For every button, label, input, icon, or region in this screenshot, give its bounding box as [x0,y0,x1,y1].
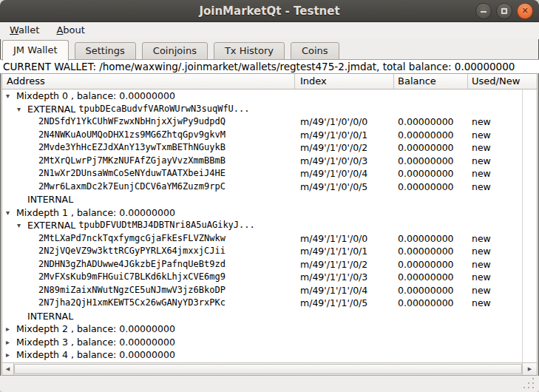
header-used-new[interactable]: Used/New [468,74,537,89]
tab-settings[interactable]: Settings [75,42,136,60]
address-cell: 2MtXrQLwrPj7MKzNUFAfZGjayVvzXmmBBmB [2,155,295,168]
index-cell: m/49'/1'/1'/0/2 [295,258,394,271]
tree-row-mixdepth[interactable]: ▸ Mixdepth 2 , balance: 0.00000000 [2,322,537,336]
index-cell: m/49'/1'/1'/0/3 [295,271,394,284]
row-xpub: tpubDEcaBudvfVARoWUrwN3suqWfU... [78,103,249,116]
index-cell [295,103,394,116]
header-address[interactable]: Address [2,74,295,89]
menu-about[interactable]: About [50,22,91,39]
expand-arrow-icon[interactable]: ▸ [6,348,16,362]
scroll-left-button[interactable]: ◀ [2,363,14,375]
balance-cell: 0.00000000 [394,284,468,297]
index-cell [295,193,394,206]
balance-cell: 0.00000000 [394,180,468,194]
indent-spacer [2,277,28,277]
indent-spacer [2,173,28,174]
balance-cell: 0.00000000 [394,258,468,271]
tree-row-address[interactable]: 2MtXrQLwrPj7MKzNUFAfZGjayVvzXmmBBmB m/49… [2,155,537,168]
scroll-right-button[interactable]: ▶ [522,363,537,375]
expand-arrow-icon[interactable]: ▾ [6,89,16,103]
indent-spacer [2,147,28,148]
index-cell: m/49'/1'/0'/0/5 [295,180,394,194]
scrollbar-track[interactable] [14,363,522,375]
address-cell: 2N89miZaixNWutNgzCE5uNJmwV3jz6BkoDP [2,284,295,297]
tree-row-address[interactable]: 2Mwr6LaxmDc2k7EunjCDCV6aYM6Zuzm9rpC m/49… [2,180,537,194]
tab-jm-wallet[interactable]: JM Wallet [2,40,69,61]
tree-body: ▾ Mixdepth 0 , balance: 0.00000000 ▾ EXT… [2,89,537,362]
address-cell: ▸ Mixdepth 3 , balance: 0.00000000 [2,336,295,349]
address-cell: ▾ Mixdepth 0 , balance: 0.00000000 [2,89,295,103]
row-label: Mixdepth 2 , balance: 0.00000000 [16,322,175,336]
close-button[interactable]: ✕ [517,3,533,19]
index-cell: m/49'/1'/1'/0/5 [295,297,394,310]
maximize-icon [501,8,507,14]
balance-cell [394,322,468,336]
address-cell: 2N7jha2QjH1xmKEWT5Cx26wGANyYD3rxPKc [2,297,295,310]
tree-row-address[interactable]: 2N7jha2QjH1xmKEWT5Cx26wGANyYD3rxPKc m/49… [2,297,537,310]
tree-row-address[interactable]: 2N1wXr2DUnsaWmCoSeNYduwTAATXbeiJ4HE m/49… [2,167,537,180]
tab-coins[interactable]: Coins [291,42,339,60]
expand-arrow-icon[interactable]: ▸ [6,322,16,336]
header-index[interactable]: Index [295,74,394,89]
tree-row-address[interactable]: 2N89miZaixNWutNgzCE5uNJmwV3jz6BkoDP m/49… [2,284,537,297]
row-label: 2N2jVQeVZ9w3kttRCGyPYRLX64jmxxjCJii [38,245,226,258]
address-cell: 2N4NWKuAoUMQoDHX1zs9MG6ZhtqGpv9gkvM [2,129,295,142]
tree-row-address[interactable]: 2NDSfdY1YkCUhWFzwxNbHnjxXjwPy9udpdQ m/49… [2,115,537,129]
menu-wallet[interactable]: Wallet [3,22,46,39]
index-cell: m/49'/1'/0'/0/4 [295,167,394,180]
tree-row-mixdepth[interactable]: ▸ Mixdepth 4 , balance: 0.00000000 [2,348,537,362]
scrollbar-thumb[interactable] [14,364,522,374]
balance-cell [394,89,468,103]
maximize-button[interactable] [496,3,512,19]
expand-arrow-icon[interactable]: ▾ [17,219,27,232]
row-label: Mixdepth 1 , balance: 0.00000000 [16,206,175,220]
horizontal-scrollbar[interactable]: ◀ ▶ [2,362,537,375]
tree-row-address[interactable]: 2Mvde3YhHcEZJdXAnY13ywTxmBEThNGuykB m/49… [2,141,537,155]
status-strip [0,376,539,392]
header-balance[interactable]: Balance [394,74,468,89]
row-label: 2MtLXaPd7nckTqxfymgcGjaFkEsFLVZNwkw [38,232,226,246]
address-cell: 2N2jVQeVZ9w3kttRCGyPYRLX64jmxxjCJii [2,245,295,258]
window-title: JoinMarketQt - Testnet [0,0,539,22]
menubar: Wallet About [0,22,539,39]
row-xpub: tpubDFVUDtMBJ4DBTNri8A5uAGikyJ... [78,219,254,232]
tab-tx-history[interactable]: Tx History [214,42,285,60]
tree-row-mixdepth[interactable]: ▾ Mixdepth 1 , balance: 0.00000000 [2,206,537,220]
tree-row-address[interactable]: 2NDHN3gZhADUwwe4JGkzbEjPafnqUeBt9zd m/49… [2,258,537,271]
tree-row-branch[interactable]: INTERNAL [2,193,537,206]
balance-cell: 0.00000000 [394,245,468,258]
address-cell: INTERNAL [2,193,295,206]
tree-row-branch[interactable]: ▾ EXTERNAL tpubDEcaBudvfVARoWUrwN3suqWfU… [2,103,537,116]
resize-grip[interactable] [532,387,534,388]
tree-row-address[interactable]: 2N4NWKuAoUMQoDHX1zs9MG6ZhtqGpv9gkvM m/49… [2,129,537,142]
tree-row-address[interactable]: 2N2jVQeVZ9w3kttRCGyPYRLX64jmxxjCJii m/49… [2,245,537,258]
expand-arrow-icon[interactable]: ▾ [6,206,16,220]
tree-row-mixdepth[interactable]: ▾ Mixdepth 0 , balance: 0.00000000 [2,89,537,103]
minimize-button[interactable] [475,3,492,19]
row-label: 2MvFXsKub9mFHGuiC7BLKd6kLhjxCVE6mg9 [38,271,226,284]
address-cell: 2N1wXr2DUnsaWmCoSeNYduwTAATXbeiJ4HE [2,167,295,180]
balance-cell: 0.00000000 [394,297,468,310]
expand-arrow-icon[interactable]: ▾ [17,103,27,116]
row-label: 2Mvde3YhHcEZJdXAnY13ywTxmBEThNGuykB [38,141,226,155]
indent-spacer [2,238,28,239]
index-cell [295,348,394,362]
tree-row-branch[interactable]: ▾ EXTERNAL tpubDFVUDtMBJ4DBTNri8A5uAGiky… [2,219,537,232]
address-cell: 2Mwr6LaxmDc2k7EunjCDCV6aYM6Zuzm9rpC [2,180,295,194]
balance-cell [394,193,468,206]
tree-row-address[interactable]: 2MtLXaPd7nckTqxfymgcGjaFkEsFLVZNwkw m/49… [2,232,537,246]
tree-row-branch[interactable]: INTERNAL [2,310,537,323]
titlebar[interactable]: JoinMarketQt - Testnet ✕ [0,0,539,22]
expand-arrow-icon[interactable]: ▸ [6,336,16,349]
tree-header: Address Index Balance Used/New [2,74,537,89]
balance-cell: 0.00000000 [394,155,468,168]
row-label: Mixdepth 3 , balance: 0.00000000 [16,336,175,349]
indent-spacer [2,225,17,226]
row-label: EXTERNAL [27,103,75,116]
tree-row-mixdepth[interactable]: ▸ Mixdepth 3 , balance: 0.00000000 [2,336,537,349]
tab-coinjoins[interactable]: Coinjoins [142,42,208,60]
tree-row-address[interactable]: 2MvFXsKub9mFHGuiC7BLKd6kLhjxCVE6mg9 m/49… [2,271,537,284]
balance-cell [394,206,468,220]
balance-cell [394,103,468,116]
row-label: 2N4NWKuAoUMQoDHX1zs9MG6ZhtqGpv9gkvM [38,129,226,142]
